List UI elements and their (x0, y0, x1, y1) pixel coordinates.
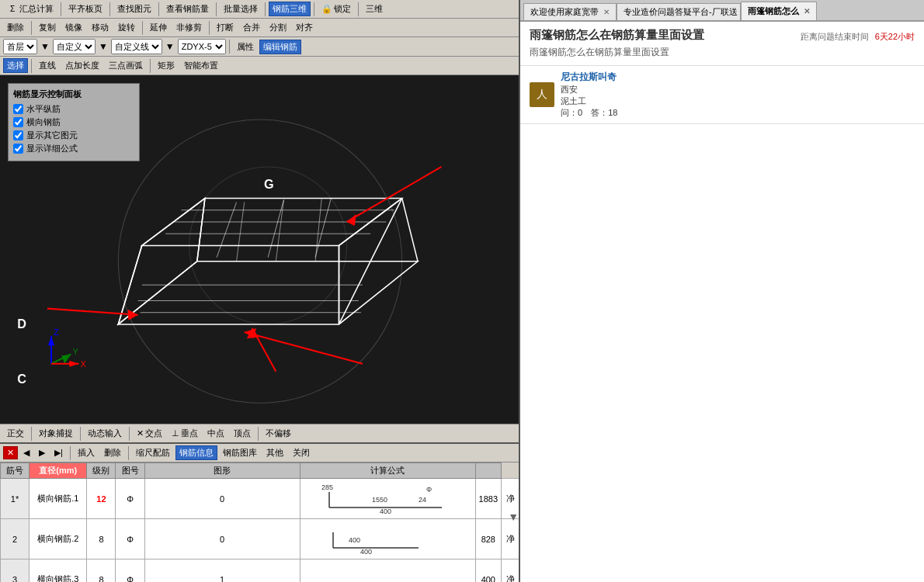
toolbar-split[interactable]: 分割 (266, 20, 290, 35)
separator (216, 2, 217, 16)
separator (314, 2, 314, 16)
scroll-down-arrow[interactable]: ▼ (508, 511, 519, 523)
table-row: 2 横向钢筋.2 8 Φ 0 400 400 (1, 519, 520, 559)
toolbar-properties[interactable]: 属性 (233, 40, 258, 54)
toolbar-3d-rebar[interactable]: 钢筋三维 (269, 2, 311, 16)
toolbar-arc[interactable]: 三点画弧 (105, 58, 147, 73)
browser-tabs: 欢迎使用家庭宽带 ✕ 专业造价问题答疑平台-厂联送 ✕ 雨篷钢筋怎么 ✕ (520, 0, 924, 22)
cb-other[interactable] (13, 130, 23, 140)
checkbox-lateral[interactable]: 横向钢筋 (13, 116, 134, 128)
toolbar-view-qty[interactable]: 查看钢筋量 (162, 2, 213, 16)
cb-lateral[interactable] (13, 117, 23, 127)
status-orthogonal[interactable]: 正交 (3, 426, 28, 441)
toolbar-find[interactable]: 查找图元 (113, 2, 155, 16)
layer-select[interactable]: 首层 (3, 39, 37, 54)
rebar-scale[interactable]: 缩尺配筋 (132, 445, 174, 460)
toolbar-row-3: 首层 ▼ 自定义 ▼ 自定义线 ▼ ZDYX-5 属性 编辑钢筋 (0, 37, 520, 57)
status-vertex[interactable]: 顶点 (230, 426, 255, 441)
col-scroll (475, 463, 501, 479)
tab-platform[interactable]: 专业造价问题答疑平台-厂联送 ✕ (617, 3, 741, 20)
toolbar-row-1: Σ 汇总计算 平齐板页 查找图元 查看钢筋量 批量选择 钢筋三维 🔒 锁定 三维 (0, 0, 520, 19)
custom-select-2[interactable]: 自定义线 (111, 39, 162, 54)
toolbar-merge[interactable]: 合并 (239, 20, 264, 35)
cell-name-3: 横向钢筋.3 (30, 559, 87, 583)
sum-icon: Σ (7, 4, 18, 15)
toolbar-non-trim[interactable]: 非修剪 (172, 20, 206, 35)
toolbar-rect[interactable]: 矩形 (154, 58, 179, 73)
checkbox-horizontal[interactable]: 水平纵筋 (13, 103, 134, 115)
cad-viewport[interactable]: G D C Z Y X 钢筋显示控制面板 水平纵筋 (0, 75, 520, 424)
custom-select-1[interactable]: 自定义 (53, 39, 96, 54)
toolbar-delete[interactable]: 删除 (3, 20, 28, 35)
separator (61, 2, 61, 16)
col-grade: 级别 (87, 463, 116, 479)
separator (209, 21, 210, 35)
toolbar-sum[interactable]: Σ 汇总计算 (3, 2, 57, 16)
status-midpoint[interactable]: 中点 (203, 426, 228, 441)
status-cross[interactable]: ✕ 交点 (133, 426, 166, 441)
cell-grade-1: Φ (116, 479, 144, 519)
toolbar-rotate[interactable]: 旋转 (114, 20, 139, 35)
tab-close-home[interactable]: ✕ (603, 8, 610, 16)
checkbox-other-elements[interactable]: 显示其它图元 (13, 130, 134, 141)
toolbar-align[interactable]: 平齐板页 (64, 2, 106, 16)
cb-formula[interactable] (13, 144, 23, 154)
rebar-table-container: 筋号 直径(mm) 级别 图号 图形 计算公式 1* 横向钢筋.1 12 (0, 462, 520, 582)
cell-figure-3: 400 (300, 559, 475, 583)
close-x-btn[interactable]: ✕ (3, 446, 18, 459)
rebar-close[interactable]: 关闭 (289, 445, 314, 460)
zdyx-select[interactable]: ZDYX-5 (178, 39, 226, 54)
status-dynamic[interactable]: 动态输入 (84, 426, 126, 441)
toolbar-lock[interactable]: 🔒 锁定 (318, 2, 355, 16)
separator (80, 427, 81, 441)
tab-question[interactable]: 雨篷钢筋怎么 ✕ (741, 2, 817, 20)
rebar-table: 筋号 直径(mm) 级别 图号 图形 计算公式 1* 横向钢筋.1 12 (0, 462, 520, 582)
toolbar-edit-rebar[interactable]: 编辑钢筋 (259, 40, 301, 54)
separator (229, 40, 230, 54)
toolbar-point-length[interactable]: 点加长度 (61, 58, 103, 73)
status-bar: 正交 对象捕捉 动态输入 ✕ 交点 ⊥ 垂点 中点 顶点 不偏移 (0, 424, 520, 442)
col-num: 筋号 (1, 463, 30, 479)
checkbox-formula[interactable]: 显示详细公式 (13, 143, 134, 154)
rebar-other[interactable]: 其他 (262, 445, 287, 460)
svg-text:Φ: Φ (426, 486, 432, 494)
toolbar-copy[interactable]: 复制 (35, 20, 60, 35)
status-no-offset[interactable]: 不偏移 (262, 426, 295, 441)
cb-horizontal[interactable] (13, 104, 23, 114)
toolbar-break[interactable]: 打断 (213, 20, 238, 35)
toolbar-batch[interactable]: 批量选择 (220, 2, 262, 16)
tab-home[interactable]: 欢迎使用家庭宽带 ✕ (523, 3, 617, 20)
separator (258, 427, 259, 441)
rebar-insert[interactable]: 插入 (74, 445, 99, 460)
tab-close-question[interactable]: ✕ (804, 7, 810, 16)
toolbar-mirror[interactable]: 镜像 (61, 20, 86, 35)
cell-num-2: 2 (1, 519, 30, 559)
cell-formula-3: 400 (475, 559, 501, 583)
svg-text:1550: 1550 (372, 496, 387, 504)
separator (31, 21, 32, 35)
rebar-delete[interactable]: 删除 (100, 445, 125, 460)
svg-text:X: X (81, 359, 87, 369)
rebar-library[interactable]: 钢筋图库 (219, 445, 261, 460)
toolbar-select[interactable]: 选择 (3, 58, 28, 73)
rebar-prev[interactable]: ◀ (19, 446, 33, 459)
status-snap[interactable]: 对象捕捉 (35, 426, 77, 441)
cell-diam-1: 12 (87, 479, 116, 519)
rebar-table-area: ✕ ◀ ▶ ▶| 插入 删除 缩尺配筋 钢筋信息 钢筋图库 其他 (0, 442, 520, 582)
rebar-play[interactable]: ▶ (35, 446, 49, 459)
cell-formula-2: 828 (475, 519, 501, 559)
cell-num-3: 3 (1, 559, 30, 583)
col-formula: 计算公式 (300, 463, 475, 479)
status-perpendicular[interactable]: ⊥ 垂点 (168, 426, 202, 441)
toolbar-3d[interactable]: 三维 (362, 2, 387, 16)
user-name[interactable]: 尼古拉斯叫奇 (561, 71, 617, 84)
rebar-toolbar: ✕ ◀ ▶ ▶| 插入 删除 缩尺配筋 钢筋信息 钢筋图库 其他 (0, 444, 520, 462)
toolbar-smart-layout[interactable]: 智能布置 (180, 58, 222, 73)
toolbar-extend[interactable]: 延伸 (146, 20, 171, 35)
rebar-next[interactable]: ▶| (50, 446, 67, 459)
toolbar-line[interactable]: 直线 (35, 58, 60, 73)
toolbar-align-obj[interactable]: 对齐 (292, 20, 317, 35)
rebar-info[interactable]: 钢筋信息 (175, 445, 217, 460)
separator: ▼ (40, 41, 50, 52)
toolbar-move[interactable]: 移动 (88, 20, 113, 35)
